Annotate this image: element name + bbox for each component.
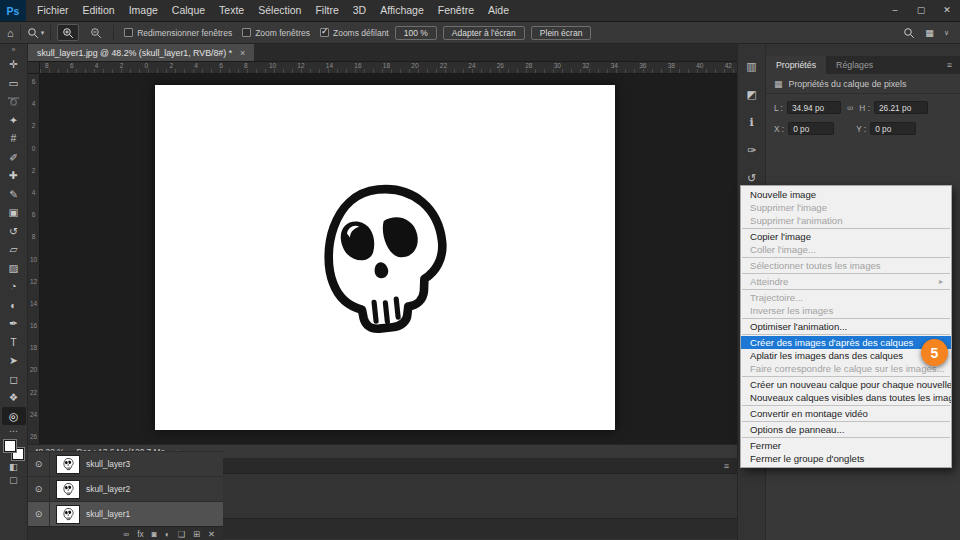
delete-layer-icon[interactable]: ✕ xyxy=(208,529,215,539)
quick-mask-icon[interactable]: ◧ xyxy=(9,460,18,473)
layer-group-icon[interactable]: ❏ xyxy=(178,529,185,539)
context-menu-item[interactable]: Atteindre ▸ xyxy=(741,275,951,288)
color-panel-icon[interactable]: ◩ xyxy=(746,88,756,101)
gradient-tool[interactable]: ▨ xyxy=(2,259,26,278)
resize-windows-checkbox[interactable]: Redimensionner fenêtres xyxy=(124,28,232,38)
move-tool[interactable]: ✛ xyxy=(2,55,26,74)
layer-effects-icon[interactable]: fx xyxy=(137,529,143,539)
adjustment-layer-icon[interactable]: ◐ xyxy=(165,529,170,539)
pen-tool[interactable]: ✒ xyxy=(2,314,26,333)
history-brush-tool[interactable]: ↺ xyxy=(2,222,26,241)
link-dimensions-icon[interactable]: ∞ xyxy=(847,103,853,113)
type-tool[interactable]: T xyxy=(2,333,26,352)
panel-menu-icon[interactable]: ≡ xyxy=(939,56,960,74)
context-menu-item[interactable]: Nouvelle image xyxy=(741,188,951,201)
layer-thumbnail[interactable] xyxy=(57,506,79,523)
menu-edition[interactable]: Edition xyxy=(76,0,122,21)
y-field[interactable]: 0 po xyxy=(870,122,916,135)
histogram-panel-icon[interactable]: ▥ xyxy=(746,60,756,73)
layer-thumbnail[interactable] xyxy=(57,456,79,473)
fit-screen-button[interactable]: Adapter à l'écran xyxy=(443,26,525,40)
shape-tool[interactable]: ◻ xyxy=(2,370,26,389)
context-menu-item[interactable]: Inverser les images xyxy=(741,304,951,317)
color-swatches[interactable] xyxy=(4,440,24,460)
minimize-button[interactable]: – xyxy=(882,0,908,21)
workspace-switcher-icon[interactable]: ▦ xyxy=(925,28,934,38)
path-selection-tool[interactable]: ➤ xyxy=(2,351,26,370)
height-field[interactable]: 26.21 po xyxy=(874,101,928,114)
full-screen-button[interactable]: Plein écran xyxy=(531,26,592,40)
menu-fenetre[interactable]: Fenêtre xyxy=(431,0,481,21)
layer-row[interactable]: ⊙ skull_layer3 xyxy=(28,451,223,476)
info-panel-icon[interactable]: ℹ xyxy=(749,116,753,129)
scrubby-zoom-checkbox[interactable]: Zooms défilant xyxy=(320,28,389,38)
zoom-tool[interactable]: ◎ xyxy=(2,407,26,426)
context-menu-item[interactable]: Nouveaux calques visibles dans toutes le… xyxy=(741,391,951,404)
menu-selection[interactable]: Sélection xyxy=(251,0,308,21)
eraser-tool[interactable]: ▱ xyxy=(2,240,26,259)
zoom-in-button[interactable] xyxy=(57,24,79,41)
menu-calque[interactable]: Calque xyxy=(165,0,212,21)
layer-mask-icon[interactable]: ◙ xyxy=(152,529,157,539)
menu-3d[interactable]: 3D xyxy=(346,0,373,21)
menu-aide[interactable]: Aide xyxy=(481,0,516,21)
new-layer-icon[interactable]: ⊞ xyxy=(193,529,200,539)
lasso-tool[interactable]: ➰ xyxy=(2,92,26,111)
eyedropper-tool[interactable]: ✐ xyxy=(2,148,26,167)
search-icon[interactable] xyxy=(903,27,915,39)
context-menu-item[interactable]: Supprimer l'animation xyxy=(741,214,951,227)
width-field[interactable]: 34.94 po xyxy=(787,101,841,114)
quick-selection-tool[interactable]: ✦ xyxy=(2,111,26,130)
collapse-toolbar-icon[interactable]: » xyxy=(12,44,16,55)
layer-row[interactable]: ⊙ skull_layer1 xyxy=(28,501,223,526)
layer-visibility-toggle[interactable]: ⊙ xyxy=(28,452,50,476)
clone-stamp-tool[interactable]: ▣ xyxy=(2,203,26,222)
link-layers-icon[interactable]: ∞ xyxy=(123,529,129,539)
zoom-tool-preset[interactable]: ▾ xyxy=(27,27,45,39)
close-button[interactable]: ✕ xyxy=(934,0,960,21)
layer-visibility-toggle[interactable]: ⊙ xyxy=(28,502,50,526)
context-menu-item[interactable]: Trajectoire... xyxy=(741,291,951,304)
context-menu-item[interactable]: Supprimer l'image xyxy=(741,201,951,214)
canvas[interactable] xyxy=(155,85,615,430)
zoom-100-button[interactable]: 100 % xyxy=(395,26,437,40)
close-tab-icon[interactable]: × xyxy=(240,48,245,58)
context-menu-item[interactable]: Optimiser l'animation... xyxy=(741,320,951,333)
panel-tab[interactable]: Propriétés xyxy=(766,56,826,74)
history-panel-icon[interactable]: ↺ xyxy=(747,172,756,185)
menu-filtre[interactable]: Filtre xyxy=(308,0,345,21)
context-menu-item[interactable]: Coller l'image... xyxy=(741,243,951,256)
context-menu-item[interactable]: Faire correspondre le calque sur les ima… xyxy=(741,362,951,375)
zoom-all-windows-checkbox[interactable]: Zoom fenêtres xyxy=(242,28,310,38)
panel-tab[interactable]: Réglages xyxy=(826,56,883,74)
brush-settings-panel-icon[interactable]: ✑ xyxy=(747,144,756,157)
chevron-down-icon[interactable]: ∨ xyxy=(944,29,949,37)
context-menu-item[interactable]: Fermer xyxy=(741,439,951,452)
marquee-tool[interactable]: ▭ xyxy=(2,74,26,93)
context-menu-item[interactable]: Sélectionner toutes les images xyxy=(741,259,951,272)
document-tab[interactable]: skull_layer1.jpg @ 48.2% (skull_layer1, … xyxy=(28,44,254,61)
menu-affichage[interactable]: Affichage xyxy=(373,0,431,21)
crop-tool[interactable]: # xyxy=(2,129,26,148)
zoom-out-button[interactable] xyxy=(85,24,107,41)
vertical-ruler[interactable]: 64202468101214161820222426 xyxy=(28,74,40,444)
layer-visibility-toggle[interactable]: ⊙ xyxy=(28,477,50,501)
edit-toolbar-icon[interactable]: ⋯ xyxy=(9,426,18,436)
layer-thumbnail[interactable] xyxy=(57,481,79,498)
panel-menu-icon[interactable]: ≡ xyxy=(716,458,737,473)
foreground-color-swatch[interactable] xyxy=(4,440,16,452)
context-menu-item[interactable]: Options de panneau... xyxy=(741,423,951,436)
context-menu-item[interactable]: Convertir en montage vidéo xyxy=(741,407,951,420)
dodge-tool[interactable]: ◐ xyxy=(2,296,26,315)
hand-tool[interactable]: ❖ xyxy=(2,388,26,407)
menu-image[interactable]: Image xyxy=(122,0,165,21)
maximize-button[interactable]: ▢ xyxy=(908,0,934,21)
context-menu-item[interactable]: Créer des images d'après des calques xyxy=(741,336,951,349)
home-icon[interactable]: ⌂ xyxy=(7,27,14,39)
context-menu-item[interactable]: Créer un nouveau calque pour chaque nouv… xyxy=(741,378,951,391)
healing-brush-tool[interactable]: ✚ xyxy=(2,166,26,185)
menu-fichier[interactable]: Fichier xyxy=(30,0,76,21)
context-menu-item[interactable]: Fermer le groupe d'onglets xyxy=(741,452,951,465)
blur-tool[interactable]: ◔ xyxy=(2,277,26,296)
screen-mode-icon[interactable]: ▢ xyxy=(9,473,18,486)
